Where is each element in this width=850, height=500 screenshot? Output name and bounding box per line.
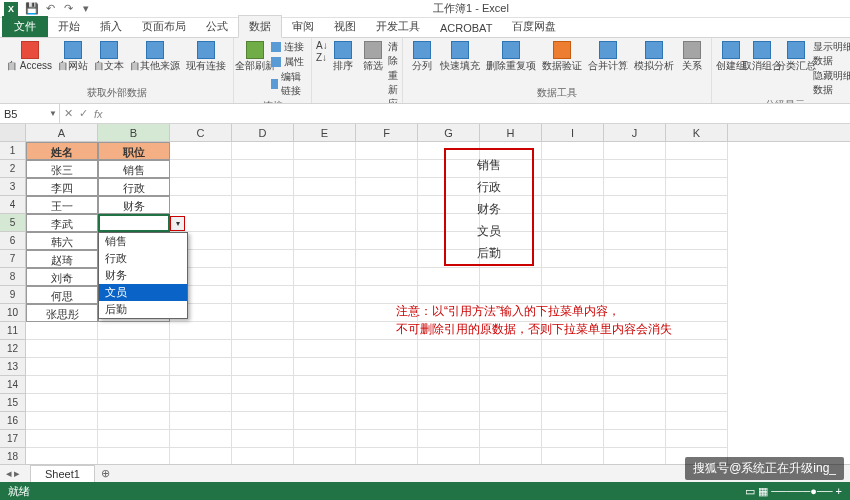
- cell[interactable]: [480, 376, 542, 394]
- row-header[interactable]: 3: [0, 178, 26, 196]
- sheet-tab[interactable]: Sheet1: [30, 465, 95, 482]
- col-header-D[interactable]: D: [232, 124, 294, 141]
- col-header-J[interactable]: J: [604, 124, 666, 141]
- redo-icon[interactable]: ↷: [60, 2, 76, 16]
- row-header[interactable]: 14: [0, 376, 26, 394]
- fx-icon[interactable]: fx: [94, 108, 103, 120]
- cell[interactable]: [542, 214, 604, 232]
- edit-links-button[interactable]: 编辑链接: [271, 70, 307, 98]
- cell[interactable]: 何思: [26, 286, 98, 304]
- data-validation-button[interactable]: 数据验证: [539, 40, 585, 72]
- tab-review[interactable]: 审阅: [282, 16, 324, 37]
- consolidate-button[interactable]: 合并计算: [585, 40, 631, 72]
- sort-asc-button[interactable]: A↓: [316, 40, 328, 51]
- row-header[interactable]: 17: [0, 430, 26, 448]
- row-header[interactable]: 15: [0, 394, 26, 412]
- cell[interactable]: [26, 340, 98, 358]
- cell[interactable]: [356, 142, 418, 160]
- cell[interactable]: [666, 160, 728, 178]
- cell[interactable]: [294, 430, 356, 448]
- cell[interactable]: 赵琦: [26, 250, 98, 268]
- cell[interactable]: [232, 250, 294, 268]
- cell[interactable]: [666, 322, 728, 340]
- cell[interactable]: [26, 376, 98, 394]
- cell[interactable]: [480, 394, 542, 412]
- row-header[interactable]: 10: [0, 304, 26, 322]
- col-header-E[interactable]: E: [294, 124, 356, 141]
- properties-button[interactable]: 属性: [271, 55, 307, 69]
- cell[interactable]: [294, 358, 356, 376]
- cell[interactable]: [170, 412, 232, 430]
- cell[interactable]: [232, 160, 294, 178]
- cell[interactable]: [170, 358, 232, 376]
- tab-data[interactable]: 数据: [238, 15, 282, 38]
- tab-insert[interactable]: 插入: [90, 16, 132, 37]
- relationships-button[interactable]: 关系: [677, 40, 707, 72]
- cell[interactable]: [170, 142, 232, 160]
- cell[interactable]: [666, 250, 728, 268]
- cell[interactable]: [98, 376, 170, 394]
- col-header-F[interactable]: F: [356, 124, 418, 141]
- cell[interactable]: 张三: [26, 160, 98, 178]
- dropdown-option[interactable]: 后勤: [99, 301, 187, 318]
- cell[interactable]: 销售: [98, 160, 170, 178]
- cell[interactable]: [98, 394, 170, 412]
- cell[interactable]: [170, 430, 232, 448]
- cell[interactable]: [232, 196, 294, 214]
- row-header[interactable]: 13: [0, 358, 26, 376]
- cell[interactable]: [356, 214, 418, 232]
- qat-more-icon[interactable]: ▾: [78, 2, 94, 16]
- clear-button[interactable]: 清除: [388, 40, 398, 68]
- new-sheet-button[interactable]: ⊕: [101, 467, 110, 480]
- cell[interactable]: 行政: [98, 178, 170, 196]
- cell[interactable]: [356, 412, 418, 430]
- connections-button[interactable]: 连接: [271, 40, 307, 54]
- ungroup-button[interactable]: 取消组合: [746, 40, 779, 72]
- cell[interactable]: [604, 358, 666, 376]
- cell[interactable]: [418, 268, 480, 286]
- cell[interactable]: [294, 304, 356, 322]
- row-header[interactable]: 9: [0, 286, 26, 304]
- cell[interactable]: [294, 196, 356, 214]
- tab-formulas[interactable]: 公式: [196, 16, 238, 37]
- cell[interactable]: [604, 394, 666, 412]
- cell[interactable]: [98, 322, 170, 340]
- view-controls[interactable]: ▭ ▦ ─────●── +: [745, 485, 842, 498]
- cell[interactable]: [542, 394, 604, 412]
- text-to-columns-button[interactable]: 分列: [407, 40, 437, 72]
- cell[interactable]: [542, 412, 604, 430]
- cell[interactable]: [294, 268, 356, 286]
- hide-detail-button[interactable]: 隐藏明细数据: [813, 69, 850, 97]
- cell[interactable]: [604, 232, 666, 250]
- row-header[interactable]: 7: [0, 250, 26, 268]
- cell[interactable]: [356, 268, 418, 286]
- cell[interactable]: [294, 214, 356, 232]
- cell[interactable]: [604, 160, 666, 178]
- cell[interactable]: 财务: [98, 196, 170, 214]
- formula-input[interactable]: [107, 104, 850, 123]
- select-all-corner[interactable]: [0, 124, 26, 141]
- cell[interactable]: [232, 394, 294, 412]
- cell[interactable]: [170, 376, 232, 394]
- cell[interactable]: [356, 232, 418, 250]
- cell[interactable]: [356, 430, 418, 448]
- cell[interactable]: [98, 358, 170, 376]
- row-header[interactable]: 5: [0, 214, 26, 232]
- cell[interactable]: [170, 160, 232, 178]
- cell[interactable]: [666, 340, 728, 358]
- data-validation-dropdown-button[interactable]: ▾: [170, 216, 185, 231]
- row-header[interactable]: 16: [0, 412, 26, 430]
- cell[interactable]: [170, 340, 232, 358]
- cell[interactable]: [666, 358, 728, 376]
- cell[interactable]: [666, 178, 728, 196]
- col-header-K[interactable]: K: [666, 124, 728, 141]
- cell[interactable]: [604, 196, 666, 214]
- row-header[interactable]: 8: [0, 268, 26, 286]
- chevron-down-icon[interactable]: ▼: [49, 109, 57, 118]
- cell[interactable]: [542, 358, 604, 376]
- cell[interactable]: [542, 178, 604, 196]
- row-header[interactable]: 6: [0, 232, 26, 250]
- cell[interactable]: 刘奇: [26, 268, 98, 286]
- cell[interactable]: [604, 214, 666, 232]
- cell[interactable]: [666, 286, 728, 304]
